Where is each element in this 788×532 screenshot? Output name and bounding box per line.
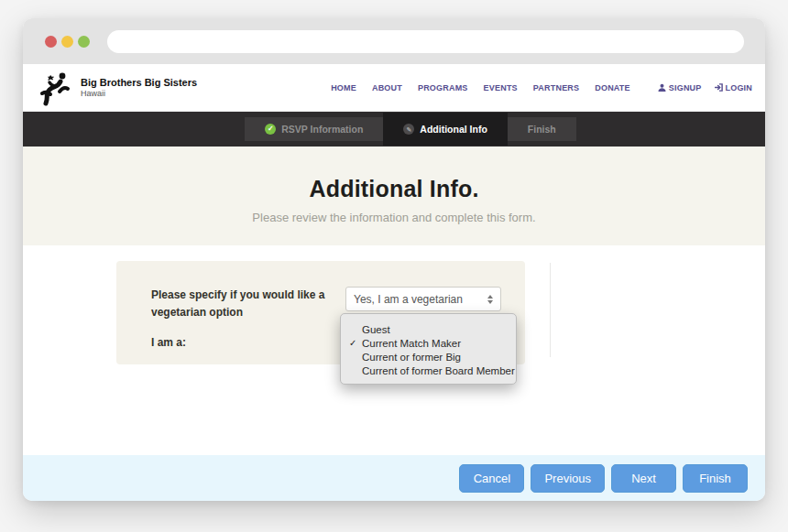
role-option-current-match-maker[interactable]: ✓ Current Match Maker (341, 336, 516, 350)
account-nav: SIGNUP LOGIN (658, 83, 752, 92)
finish-button[interactable]: Finish (683, 464, 748, 493)
logo-title: Big Brothers Big Sisters (81, 77, 197, 89)
address-bar[interactable] (107, 30, 744, 53)
page-title: Additional Info. (309, 176, 478, 202)
role-label: I am a: (151, 336, 186, 349)
logo-subtitle: Hawaii (81, 89, 197, 99)
vegetarian-select[interactable]: Yes, I am a vegetarian (345, 287, 501, 311)
traffic-lights (45, 36, 90, 48)
browser-chrome (23, 18, 765, 64)
vegetarian-option-label: Please specify if you would like a veget… (151, 287, 325, 320)
form-content: Please specify if you would like a veget… (23, 245, 765, 455)
login-icon (715, 83, 723, 92)
vegetarian-select-value: Yes, I am a vegetarian (354, 293, 487, 306)
nav-events[interactable]: EVENTS (484, 83, 518, 92)
user-icon (658, 83, 666, 92)
check-icon: ✓ (349, 338, 362, 348)
browser-window: Big Brothers Big Sisters Hawaii HOME ABO… (23, 18, 765, 501)
nav-home[interactable]: HOME (331, 83, 356, 92)
role-dropdown-menu: Guest ✓ Current Match Maker Current or f… (340, 313, 517, 385)
bbbs-logo[interactable]: Big Brothers Big Sisters Hawaii (37, 70, 197, 106)
wizard-footer: Cancel Previous Next Finish (23, 455, 765, 501)
maximize-window-icon[interactable] (78, 36, 90, 48)
nav-donate[interactable]: DONATE (595, 83, 630, 92)
role-option-current-of-former-board-member[interactable]: Current of former Board Member (341, 364, 516, 377)
minimize-window-icon[interactable] (61, 36, 73, 48)
nav-partners[interactable]: PARTNERS (533, 83, 579, 92)
step-finish[interactable]: Finish (508, 117, 576, 141)
wizard-stepbar: ✓ RSVP Information ✎ Additional Info Fin… (23, 112, 765, 147)
step-rsvp-information[interactable]: ✓ RSVP Information (245, 117, 383, 141)
select-stepper-icon (487, 295, 493, 304)
column-divider (550, 263, 551, 357)
bbbs-figures-icon (37, 70, 75, 106)
page-hero: Additional Info. Please review the infor… (23, 147, 765, 245)
signup-link[interactable]: SIGNUP (658, 83, 702, 92)
next-button[interactable]: Next (611, 464, 676, 493)
previous-button[interactable]: Previous (531, 464, 605, 493)
nav-programs[interactable]: PROGRAMS (418, 83, 468, 92)
role-option-guest[interactable]: Guest (341, 322, 516, 336)
close-window-icon[interactable] (45, 36, 57, 48)
step-additional-info[interactable]: ✎ Additional Info (383, 113, 508, 146)
nav-about[interactable]: ABOUT (372, 83, 402, 92)
cancel-button[interactable]: Cancel (459, 464, 524, 493)
edit-circle-icon: ✎ (403, 124, 414, 135)
site-header: Big Brothers Big Sisters Hawaii HOME ABO… (23, 64, 765, 112)
login-link[interactable]: LOGIN (715, 83, 753, 92)
check-circle-icon: ✓ (265, 124, 276, 135)
logo-text: Big Brothers Big Sisters Hawaii (81, 77, 197, 99)
main-nav: HOME ABOUT PROGRAMS EVENTS PARTNERS DONA… (331, 83, 630, 92)
role-option-current-or-former-big[interactable]: Current or former Big (341, 350, 516, 364)
page-subtitle: Please review the information and comple… (252, 211, 535, 224)
